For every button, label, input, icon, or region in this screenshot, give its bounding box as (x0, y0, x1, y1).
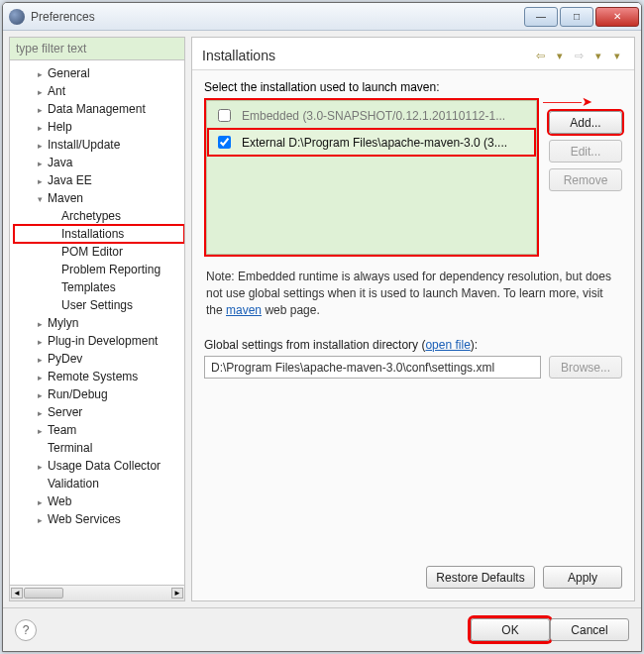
tree-item-web-services[interactable]: ▸Web Services (14, 510, 184, 528)
titlebar[interactable]: Preferences — □ ✕ (3, 3, 641, 31)
expand-icon[interactable]: ▸ (34, 319, 46, 329)
tree-item-run-debug[interactable]: ▸Run/Debug (14, 385, 184, 403)
expand-icon[interactable]: ▸ (34, 159, 46, 168)
global-settings-input[interactable] (204, 356, 541, 379)
forward-menu-icon[interactable]: ▾ (591, 50, 605, 62)
expand-icon[interactable]: ▸ (34, 355, 46, 365)
expand-icon[interactable]: ▸ (34, 462, 46, 472)
tree-item-label: Data Management (48, 102, 146, 116)
installation-item[interactable]: Embedded (3.0-SNAPSHOT/0.12.1.20110112-1… (208, 102, 535, 129)
panel-content: Select the installation used to launch m… (192, 70, 634, 600)
remove-button[interactable]: Remove (549, 168, 622, 191)
filter-input[interactable] (10, 38, 184, 60)
tree-item-label: General (48, 66, 90, 80)
global-label-prefix: Global settings from installation direct… (204, 338, 425, 352)
edit-button[interactable]: Edit... (549, 140, 622, 163)
expand-icon[interactable]: ▸ (34, 373, 46, 382)
tree-item-label: Java (48, 156, 72, 169)
tree-item-pydev[interactable]: ▸PyDev (14, 350, 184, 368)
tree-item-terminal[interactable]: Terminal (14, 439, 184, 457)
left-panel: ▸General▸Ant▸Data Management▸Help▸Instal… (9, 37, 185, 601)
ok-button[interactable]: OK (471, 618, 550, 641)
tree-item-mylyn[interactable]: ▸Mylyn (14, 314, 184, 332)
expand-icon[interactable]: ▸ (34, 426, 46, 436)
tree-item-pom-editor[interactable]: POM Editor (14, 243, 184, 261)
installation-checkbox[interactable] (218, 109, 231, 122)
apply-button[interactable]: Apply (543, 566, 622, 589)
tree-item-label: Validation (48, 477, 99, 490)
tree-item-data-management[interactable]: ▸Data Management (14, 100, 184, 118)
tree-item-label: Web (48, 494, 71, 508)
expand-icon[interactable]: ▸ (34, 497, 46, 507)
tree-item-archetypes[interactable]: Archetypes (14, 207, 184, 225)
expand-icon[interactable]: ▸ (34, 69, 46, 79)
expand-icon[interactable]: ▸ (34, 515, 46, 525)
tree-item-java[interactable]: ▸Java (14, 154, 184, 171)
open-file-link[interactable]: open file (425, 338, 470, 352)
tree-item-installations[interactable]: Installations (14, 225, 184, 243)
tree-item-label: Team (48, 423, 76, 437)
maven-link[interactable]: maven (226, 303, 262, 317)
collapse-icon[interactable]: ▾ (34, 194, 46, 204)
expand-icon[interactable]: ▸ (34, 176, 46, 186)
tree-item-server[interactable]: ▸Server (14, 403, 184, 421)
cancel-button[interactable]: Cancel (550, 618, 629, 641)
global-label-suffix: ): (471, 338, 478, 352)
tree-item-usage-data-collector[interactable]: ▸Usage Data Collector (14, 457, 184, 475)
preferences-tree[interactable]: ▸General▸Ant▸Data Management▸Help▸Instal… (10, 60, 184, 585)
tree-item-plug-in-development[interactable]: ▸Plug-in Development (14, 332, 184, 350)
tree-item-general[interactable]: ▸General (14, 64, 184, 82)
installation-item[interactable]: External D:\Program Files\apache-maven-3… (208, 129, 535, 156)
tree-item-label: User Settings (61, 298, 133, 312)
tree-item-label: Installations (61, 227, 124, 241)
tree-item-templates[interactable]: Templates (14, 278, 184, 296)
window-controls: — □ ✕ (524, 7, 639, 27)
tree-item-label: Ant (48, 84, 65, 98)
installation-checkbox[interactable] (218, 136, 231, 149)
expand-icon[interactable]: ▸ (34, 390, 46, 400)
help-button[interactable]: ? (15, 619, 37, 641)
restore-defaults-button[interactable]: Restore Defaults (426, 566, 535, 589)
panel-header: Installations ⇦ ▾ ⇨ ▾ ▾ (192, 38, 634, 70)
tree-item-problem-reporting[interactable]: Problem Reporting (14, 261, 184, 278)
preferences-window: Preferences — □ ✕ ▸General▸Ant▸Data Mana… (2, 2, 642, 652)
installation-label: External D:\Program Files\apache-maven-3… (242, 136, 507, 150)
expand-icon[interactable]: ▸ (34, 105, 46, 115)
expand-icon[interactable]: ▸ (34, 87, 46, 97)
tree-item-label: Templates (61, 280, 116, 294)
tree-item-web[interactable]: ▸Web (14, 492, 184, 510)
tree-item-maven[interactable]: ▾Maven (14, 189, 184, 207)
browse-button[interactable]: Browse... (549, 356, 622, 379)
horizontal-scrollbar[interactable]: ◄ ► (10, 585, 184, 600)
close-button[interactable]: ✕ (595, 7, 639, 27)
forward-icon[interactable]: ⇨ (572, 50, 586, 62)
tree-item-validation[interactable]: Validation (14, 475, 184, 492)
add-button[interactable]: Add... (549, 111, 622, 134)
view-menu-icon[interactable]: ▾ (610, 50, 624, 62)
tree-item-remote-systems[interactable]: ▸Remote Systems (14, 368, 184, 385)
back-menu-icon[interactable]: ▾ (553, 50, 567, 62)
tree-item-ant[interactable]: ▸Ant (14, 82, 184, 100)
expand-icon[interactable]: ▸ (34, 408, 46, 418)
tree-item-install-update[interactable]: ▸Install/Update (14, 136, 184, 154)
tree-item-java-ee[interactable]: ▸Java EE (14, 171, 184, 189)
right-panel: Installations ⇦ ▾ ⇨ ▾ ▾ Select the insta… (191, 37, 635, 601)
back-icon[interactable]: ⇦ (534, 50, 548, 62)
scroll-right-arrow[interactable]: ► (171, 588, 183, 599)
help-icon: ? (23, 623, 30, 637)
expand-icon[interactable]: ▸ (34, 141, 46, 151)
maximize-button[interactable]: □ (560, 7, 593, 27)
tree-item-label: Archetypes (61, 209, 121, 223)
expand-icon[interactable]: ▸ (34, 337, 46, 347)
minimize-button[interactable]: — (524, 7, 558, 27)
tree-item-help[interactable]: ▸Help (14, 118, 184, 136)
scroll-thumb[interactable] (24, 588, 63, 599)
installations-list[interactable]: Embedded (3.0-SNAPSHOT/0.12.1.20110112-1… (204, 98, 539, 257)
tree-item-label: Web Services (48, 512, 121, 526)
expand-icon[interactable]: ▸ (34, 123, 46, 133)
dialog-footer: ? OK Cancel (3, 607, 641, 651)
tree-item-user-settings[interactable]: User Settings (14, 296, 184, 314)
tree-item-label: Usage Data Collector (48, 459, 161, 473)
tree-item-team[interactable]: ▸Team (14, 421, 184, 439)
scroll-left-arrow[interactable]: ◄ (11, 588, 23, 599)
